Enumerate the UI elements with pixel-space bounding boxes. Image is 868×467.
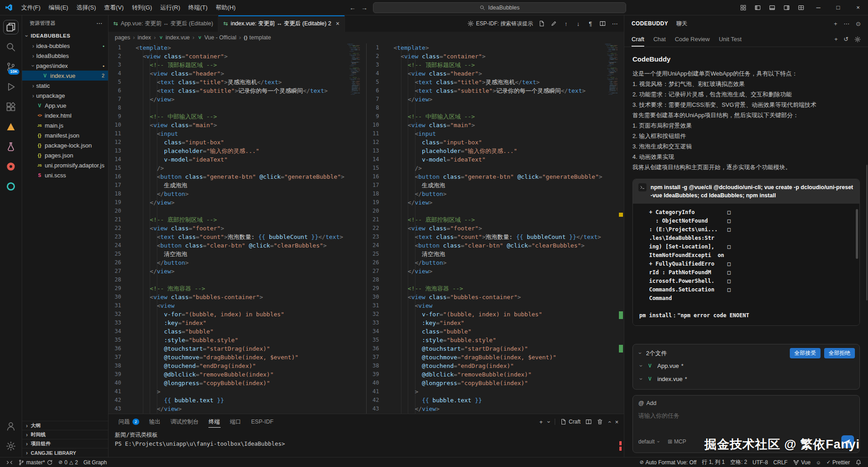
code-line[interactable]: 18 </button> bbox=[367, 190, 605, 198]
code-line[interactable]: 26 </button> bbox=[108, 258, 347, 267]
code-line[interactable]: 3 <!-- 顶部标题区域 --> bbox=[367, 61, 605, 69]
terminal-viewport[interactable]: 新闻/资讯类模板 PS E:\Projects\uniapp\u\fanyi-t… bbox=[108, 429, 624, 457]
breadcrumb-item[interactable]: VVue - Official bbox=[197, 34, 236, 41]
breadcrumb-item[interactable]: {}template bbox=[244, 34, 271, 41]
code-line[interactable]: 26 </button> bbox=[367, 258, 605, 267]
tree-item-ideabubbles-folder[interactable]: ›IdeaBubbles bbox=[22, 51, 108, 61]
model-selector[interactable]: default › bbox=[638, 438, 661, 445]
tree-item-unpackage-folder[interactable]: ›unpackage bbox=[22, 91, 108, 100]
tab-chat-panel[interactable]: 聊天 bbox=[676, 20, 688, 28]
code-line[interactable]: 6 <text class="subtitle">记录你的每一个灵感瞬间</te… bbox=[367, 86, 605, 95]
code-line[interactable]: 1<template> bbox=[108, 43, 347, 52]
activity-source-control[interactable]: 10K bbox=[0, 57, 22, 77]
code-line[interactable]: 24 <button class="clear-btn" @click="cle… bbox=[367, 241, 605, 250]
code-line[interactable]: 11 <input bbox=[108, 129, 347, 138]
notifications-bell[interactable] bbox=[853, 459, 864, 466]
code-line[interactable]: 34 class="bubble" bbox=[108, 327, 347, 336]
prettier-status[interactable]: ✓Prettier bbox=[824, 459, 853, 466]
git-branch-status[interactable]: master* bbox=[15, 457, 56, 467]
breadcrumb-item[interactable]: index bbox=[137, 34, 151, 41]
close-button[interactable]: × bbox=[848, 0, 868, 15]
panel-tab-terminal[interactable]: 终端 bbox=[204, 414, 225, 429]
changed-file-index-vue[interactable]: › V index.vue * bbox=[637, 373, 855, 385]
code-line[interactable]: 13 placeholder="输入你的灵感..." bbox=[367, 147, 605, 155]
code-line[interactable]: 12 class="input-box" bbox=[367, 138, 605, 147]
activity-extension-flask[interactable] bbox=[0, 137, 22, 157]
toggle-panel-icon[interactable] bbox=[765, 0, 779, 15]
code-line[interactable]: 25 清空泡泡 bbox=[108, 250, 347, 258]
code-line[interactable]: 29 <!-- 泡泡容器 --> bbox=[367, 284, 605, 293]
new-terminal-icon[interactable]: + bbox=[539, 419, 543, 425]
overview-ruler-original[interactable] bbox=[360, 43, 366, 414]
overview-ruler-modified[interactable] bbox=[618, 43, 624, 414]
code-line[interactable]: 28 bbox=[367, 276, 605, 284]
code-line[interactable]: 36 @touchstart="startDrag(index)" bbox=[108, 344, 347, 353]
edit-icon[interactable] bbox=[550, 19, 557, 28]
eol-status[interactable]: CRLF bbox=[771, 459, 790, 466]
tree-item-package-lock-json[interactable]: {}package-lock.json bbox=[22, 140, 108, 150]
code-line[interactable]: 29 <!-- 泡泡容器 --> bbox=[108, 284, 347, 293]
kill-terminal-icon[interactable] bbox=[597, 419, 603, 425]
code-line[interactable]: 1<template> bbox=[367, 43, 605, 52]
close-panel-icon[interactable]: × bbox=[615, 419, 618, 425]
code-line[interactable]: 16 <button class="generate-btn" @click="… bbox=[367, 172, 605, 181]
output-scrollbar[interactable] bbox=[856, 209, 858, 259]
code-line[interactable]: 14 v-model="ideaText" bbox=[108, 155, 347, 164]
code-line[interactable]: 16 <button class="generate-btn" @click="… bbox=[108, 172, 347, 181]
toggle-secondary-sidebar-icon[interactable] bbox=[779, 0, 794, 15]
new-session-icon[interactable]: + bbox=[835, 36, 838, 43]
code-line[interactable]: 4 <view class="header"> bbox=[367, 69, 605, 78]
code-line[interactable]: 24 <button class="clear-btn" @click="cle… bbox=[108, 241, 347, 250]
code-line[interactable]: 32 v-for="(bubble, index) in bubbles" bbox=[108, 310, 347, 319]
changed-file-app-vue[interactable]: › V App.vue * bbox=[637, 360, 855, 372]
tree-item-uni-scss[interactable]: Suni.scss bbox=[22, 170, 108, 180]
add-context-button[interactable]: @ Add bbox=[638, 400, 854, 406]
code-line[interactable]: 33 :key="index" bbox=[108, 319, 347, 327]
code-line[interactable]: 11 <input bbox=[367, 129, 605, 138]
sidebar-section-cangjie-library[interactable]: ›CANGJIE LIBRARY bbox=[22, 448, 108, 457]
code-line[interactable]: 21 <!-- 底部控制区域 --> bbox=[367, 215, 605, 224]
activity-accounts[interactable] bbox=[0, 416, 22, 436]
code-line[interactable]: 40 @longpress="copyBubble(index)" bbox=[367, 379, 605, 387]
codebuddy-content[interactable]: CodeBuddy 这是一个使用UniApp创建单页WebApp的任务，具有以下… bbox=[624, 47, 868, 457]
code-line[interactable]: 5 <text class="title">灵感泡泡机</text> bbox=[108, 78, 347, 86]
code-line[interactable]: 14 v-model="ideaText" bbox=[367, 155, 605, 164]
vue-language-status[interactable]: Vue bbox=[790, 459, 813, 466]
chevron-down-icon[interactable]: › bbox=[637, 350, 644, 356]
tree-item-index-vue[interactable]: Vindex.vue2 bbox=[22, 71, 108, 81]
code-line[interactable]: 35 :style="bubble.style" bbox=[108, 336, 347, 344]
activity-explorer[interactable] bbox=[0, 17, 22, 37]
tree-item-uni-promisify-adaptor-js[interactable]: JSuni.promisify.adaptor.js bbox=[22, 160, 108, 170]
code-line[interactable]: 32 v-for="(bubble, index) in bubbles" bbox=[367, 310, 605, 319]
code-line[interactable]: 27 </view> bbox=[367, 267, 605, 276]
code-line[interactable]: 33 :key="index" bbox=[367, 319, 605, 327]
code-line[interactable]: 9 <!-- 中部输入区域 --> bbox=[108, 112, 347, 121]
activity-extensions[interactable] bbox=[0, 97, 22, 117]
close-tab-icon[interactable]: × bbox=[336, 20, 340, 27]
code-line[interactable]: 28 bbox=[108, 276, 347, 284]
git-graph-button[interactable]: Git Graph bbox=[80, 457, 109, 467]
code-line[interactable]: 7 </view> bbox=[108, 95, 347, 104]
code-line[interactable]: 18 </button> bbox=[108, 190, 347, 198]
code-line[interactable]: 25 清空泡泡 bbox=[367, 250, 605, 258]
panel-tab-esp-idf[interactable]: ESP-IDF bbox=[247, 414, 278, 429]
terminal-dropdown-icon[interactable]: › bbox=[545, 421, 552, 423]
code-line[interactable]: 22 <view class="footer"> bbox=[108, 224, 347, 233]
grid-icon[interactable] bbox=[736, 0, 750, 15]
code-line[interactable]: 19 </view> bbox=[108, 198, 347, 207]
tree-item-idea-bubbles-folder[interactable]: ›idea-bubbles● bbox=[22, 41, 108, 51]
code-line[interactable]: 41 > bbox=[367, 387, 605, 396]
more-icon[interactable]: ⋯ bbox=[844, 20, 849, 27]
maximize-button[interactable]: □ bbox=[828, 0, 848, 15]
code-line[interactable]: 34 class="bubble" bbox=[367, 327, 605, 336]
tree-item-main-js[interactable]: JSmain.js bbox=[22, 120, 108, 130]
command-output[interactable]: + CategoryInfo □ : ObjectNotFound □ : (E… bbox=[633, 204, 859, 325]
cursor-position[interactable]: 行 1, 列 1 bbox=[699, 458, 728, 466]
code-line[interactable]: 27 </view> bbox=[108, 267, 347, 276]
code-line[interactable]: 8 bbox=[367, 104, 605, 112]
maximize-panel-icon[interactable]: › bbox=[606, 421, 613, 423]
workspace-root[interactable]: › IDEABUBBLES bbox=[22, 31, 108, 41]
tab-index-vue-diff[interactable]: ⇆ index.vue: 变更前 ↔ 变更后 (Editable) 2 × bbox=[218, 15, 345, 32]
panel-tab-problems[interactable]: 问题2 bbox=[114, 414, 144, 429]
code-line[interactable]: 8 bbox=[108, 104, 347, 112]
